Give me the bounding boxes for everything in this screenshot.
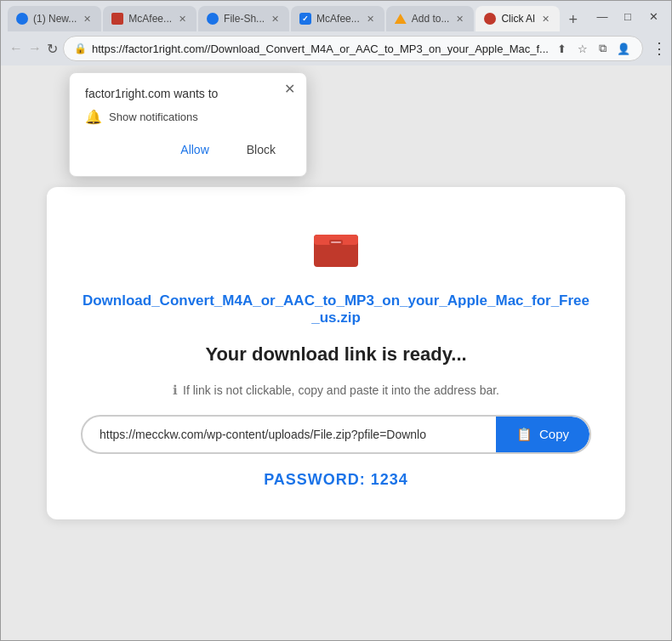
info-line: ℹ If link is not clickable, copy and pas… (173, 383, 499, 398)
minimize-button[interactable]: — (591, 7, 613, 26)
window-controls: — □ ✕ (591, 7, 664, 26)
main-card: Download_Convert_M4A_or_AAC_to_MP3_on_yo… (47, 187, 625, 519)
tab-1[interactable]: (1) New... ✕ (8, 6, 101, 31)
info-text: If link is not clickable, copy and paste… (183, 383, 499, 397)
popup-close-button[interactable]: ✕ (281, 80, 298, 97)
tab-4-close[interactable]: ✕ (365, 13, 376, 26)
tab-5[interactable]: Add to... ✕ (386, 6, 475, 31)
tab-3-label: File-Sh... (224, 13, 265, 25)
tab-3-favicon (207, 13, 219, 25)
copy-button[interactable]: 📋 Copy (496, 417, 589, 452)
tab-3-close[interactable]: ✕ (270, 13, 281, 26)
popup-actions: Allow Block (85, 137, 291, 162)
share-icon[interactable]: ⬆ (554, 40, 571, 57)
page: HS Download_Convert_M4A_or_AAC_to_MP3_on… (1, 65, 671, 640)
bell-icon: 🔔 (85, 109, 102, 125)
tab-2-close[interactable]: ✕ (177, 13, 188, 26)
tab-1-close[interactable]: ✕ (82, 13, 93, 26)
tab-2-favicon (111, 13, 123, 25)
forward-button[interactable]: → (28, 37, 42, 60)
tab-4-favicon: ✓ (299, 13, 311, 25)
address-bar: ← → ↻ 🔒 https://factor1right.com//Downlo… (1, 31, 671, 65)
tab-4[interactable]: ✓ McAfee... ✕ (291, 6, 384, 31)
file-icon (309, 218, 363, 275)
password-display: PASSWORD: 1234 (264, 471, 408, 489)
title-bar: (1) New... ✕ McAfee... ✕ File-Sh... ✕ ✓ … (1, 1, 671, 31)
reload-button[interactable]: ↻ (47, 37, 58, 60)
copy-icon: 📋 (516, 427, 532, 442)
tab-4-label: McAfee... (316, 13, 360, 25)
copy-label: Copy (539, 427, 569, 441)
tab-strip: (1) New... ✕ McAfee... ✕ File-Sh... ✕ ✓ … (8, 1, 588, 31)
new-tab-button[interactable]: + (561, 8, 585, 31)
tab-5-label: Add to... (412, 13, 450, 25)
url-text: https://factor1right.com//Download_Conve… (92, 43, 549, 55)
extensions-icon[interactable]: ⧉ (595, 40, 612, 57)
svg-rect-3 (331, 241, 341, 243)
tab-6[interactable]: Click Al ✕ (476, 6, 559, 31)
tab-6-favicon (484, 13, 496, 25)
tab-1-label: (1) New... (33, 13, 77, 25)
popup-notification-label: Show notifications (109, 111, 198, 123)
tab-5-close[interactable]: ✕ (454, 13, 465, 26)
block-button[interactable]: Block (231, 137, 291, 162)
url-bar[interactable]: 🔒 https://factor1right.com//Download_Con… (63, 36, 643, 61)
menu-button[interactable]: ⋮ (648, 37, 670, 60)
bookmark-icon[interactable]: ☆ (574, 40, 591, 57)
url-input-row: https://mecckw.com/wp-content/uploads/Fi… (81, 415, 591, 454)
tab-2-label: McAfee... (128, 13, 172, 25)
back-button[interactable]: ← (9, 37, 23, 60)
tab-6-close[interactable]: ✕ (540, 13, 551, 26)
close-button[interactable]: ✕ (642, 7, 664, 26)
maximize-button[interactable]: □ (617, 7, 639, 26)
notification-popup: ✕ factor1right.com wants to 🔔 Show notif… (69, 72, 307, 177)
tab-6-label: Click Al (501, 13, 534, 25)
popup-title: factor1right.com wants to (85, 87, 291, 100)
download-url-text[interactable]: https://mecckw.com/wp-content/uploads/Fi… (83, 417, 496, 451)
info-icon: ℹ (173, 383, 178, 398)
allow-button[interactable]: Allow (165, 137, 224, 162)
tab-1-favicon (16, 13, 28, 25)
download-filename[interactable]: Download_Convert_M4A_or_AAC_to_MP3_on_yo… (81, 292, 591, 326)
download-ready-title: Your download link is ready... (205, 343, 466, 366)
popup-notification-row: 🔔 Show notifications (85, 109, 291, 125)
tab-5-favicon (395, 14, 407, 24)
browser-window: (1) New... ✕ McAfee... ✕ File-Sh... ✕ ✓ … (0, 0, 672, 641)
profile-icon[interactable]: 👤 (615, 40, 632, 57)
tab-2[interactable]: McAfee... ✕ (103, 6, 196, 31)
tab-3[interactable]: File-Sh... ✕ (198, 6, 289, 31)
lock-icon: 🔒 (74, 43, 87, 54)
url-bar-icons: ⬆ ☆ ⧉ 👤 (554, 40, 632, 57)
